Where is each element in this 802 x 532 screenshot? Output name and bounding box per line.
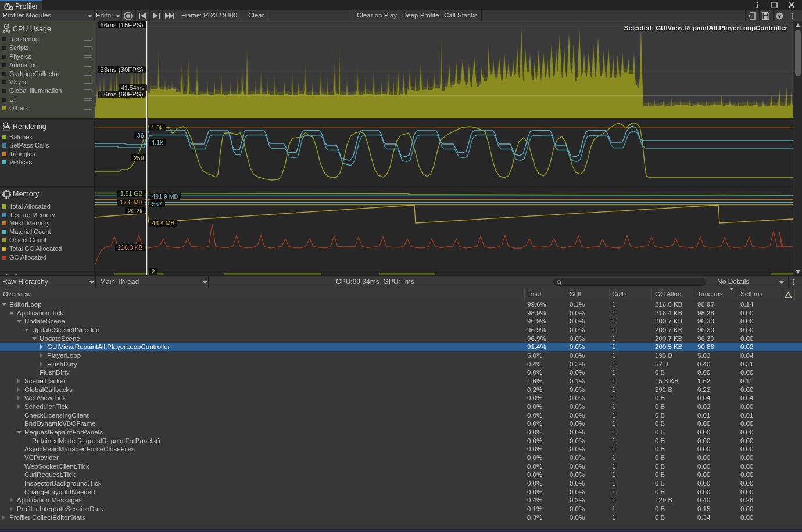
- svg-text:CPU: CPU: [3, 30, 10, 33]
- svg-text:?: ?: [778, 13, 782, 19]
